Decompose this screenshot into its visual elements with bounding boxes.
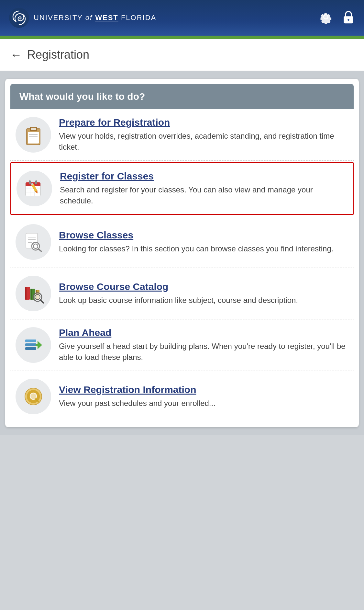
gear-icon (319, 10, 333, 24)
browse-classes-icon-circle (16, 224, 51, 260)
view-registration-item[interactable]: View Registration Information View your … (10, 371, 354, 422)
register-for-classes-item[interactable]: Register for Classes Search and register… (10, 162, 354, 215)
svg-point-37 (35, 294, 40, 300)
registration-info-icon (22, 385, 45, 408)
plan-ahead-icon-circle (16, 327, 51, 363)
svg-point-28 (33, 244, 38, 248)
svg-rect-5 (31, 128, 36, 130)
register-icon-circle (17, 171, 52, 206)
svg-rect-14 (35, 180, 37, 184)
prepare-text: Prepare for Registration View your holds… (59, 117, 348, 152)
plan-ahead-item[interactable]: Plan Ahead Give yourself a head start by… (10, 319, 354, 371)
svg-rect-13 (29, 180, 31, 184)
register-text: Register for Classes Search and register… (60, 171, 347, 206)
register-title[interactable]: Register for Classes (60, 171, 347, 182)
university-logo: UNIVERSITY of WEST FLORIDA (9, 8, 156, 28)
main-content: What would you like to do? (0, 71, 364, 435)
browse-catalog-item[interactable]: Browse Course Catalog Look up basic cour… (10, 268, 354, 319)
app-header: UNIVERSITY of WEST FLORIDA (0, 0, 364, 36)
card-header-text: What would you like to do? (19, 91, 345, 102)
lock-icon (342, 10, 355, 24)
browse-catalog-icon-circle (16, 276, 51, 311)
browse-classes-title[interactable]: Browse Classes (59, 230, 348, 241)
svg-rect-41 (25, 347, 36, 350)
clipboard-icon (22, 123, 45, 146)
page-title: Registration (27, 48, 89, 62)
uwf-logo-icon (9, 8, 29, 28)
prepare-title[interactable]: Prepare for Registration (59, 117, 348, 128)
prepare-desc: View your holds, registration overrides,… (59, 132, 334, 151)
view-registration-icon-circle (16, 379, 51, 414)
plan-ahead-text: Plan Ahead Give yourself a head start by… (59, 327, 348, 363)
view-registration-title[interactable]: View Registration Information (59, 384, 348, 395)
back-arrow-icon[interactable]: ← (10, 48, 22, 62)
svg-rect-31 (25, 287, 27, 300)
options-card: What would you like to do? (5, 79, 359, 427)
plan-ahead-icon (22, 334, 45, 356)
browse-catalog-title[interactable]: Browse Course Catalog (59, 281, 348, 292)
back-navigation[interactable]: ← Registration (0, 39, 364, 71)
browse-classes-item[interactable]: Browse Classes Looking for classes? In t… (10, 216, 354, 268)
prepare-for-registration-item[interactable]: Prepare for Registration View your holds… (10, 109, 354, 161)
view-registration-desc: View your past schedules and your enroll… (59, 399, 215, 408)
svg-line-29 (38, 249, 41, 251)
svg-rect-6 (28, 132, 39, 144)
lock-button[interactable] (342, 10, 355, 26)
browse-classes-text: Browse Classes Looking for classes? In t… (59, 230, 348, 254)
books-search-icon (22, 282, 45, 305)
university-name: UNIVERSITY of WEST FLORIDA (34, 14, 156, 22)
browse-catalog-desc: Look up basic course information like su… (59, 296, 298, 305)
browse-classes-desc: Looking for classes? In this section you… (59, 244, 333, 253)
svg-rect-33 (30, 289, 32, 300)
plan-ahead-desc: Give yourself a head start by building p… (59, 342, 346, 362)
header-actions (319, 10, 355, 26)
accent-bar (0, 36, 364, 39)
register-desc: Search and register for your classes. Yo… (60, 185, 313, 205)
svg-rect-39 (25, 340, 36, 342)
svg-line-38 (40, 300, 43, 303)
svg-rect-40 (25, 343, 36, 346)
svg-rect-43 (36, 344, 41, 346)
settings-button[interactable] (319, 10, 333, 26)
menu-list: Prepare for Registration View your holds… (5, 109, 359, 427)
card-header: What would you like to do? (10, 84, 354, 109)
search-document-icon (22, 231, 45, 253)
calendar-pencil-icon (23, 177, 46, 200)
view-registration-text: View Registration Information View your … (59, 384, 348, 409)
prepare-icon-circle (16, 117, 51, 153)
svg-point-2 (347, 19, 349, 21)
plan-ahead-title[interactable]: Plan Ahead (59, 327, 348, 338)
browse-catalog-text: Browse Course Catalog Look up basic cour… (59, 281, 348, 306)
